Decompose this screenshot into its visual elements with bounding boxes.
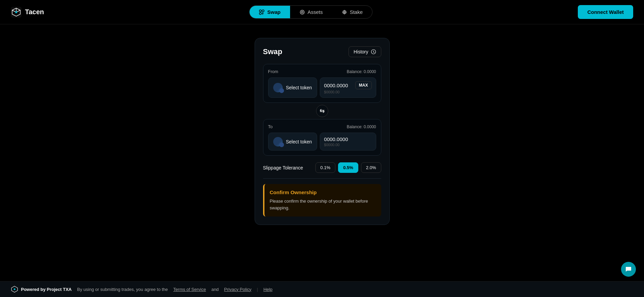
from-token-select[interactable]: Select token <box>268 77 317 98</box>
svg-rect-3 <box>262 10 264 12</box>
confirm-ownership-message: Please confirm the ownership of your wal… <box>270 198 376 211</box>
to-label: To <box>268 124 273 129</box>
to-section: To Balance: 0.0000 Select token 0000.000… <box>263 119 381 156</box>
svg-rect-4 <box>259 13 261 15</box>
from-token-label: Select token <box>286 85 312 90</box>
footer-logo-icon <box>11 285 18 293</box>
stake-nav-icon <box>342 9 347 15</box>
from-amount-box: 0000.0000 MAX $0000.00 <box>320 77 376 98</box>
to-balance: Balance: 0.0000 <box>347 124 376 129</box>
history-button[interactable]: History <box>349 46 381 57</box>
footer-powered-by: Powered by Project TXA <box>21 287 72 292</box>
footer-help-link[interactable]: Help <box>263 287 273 292</box>
svg-rect-2 <box>259 10 261 12</box>
chat-button[interactable] <box>621 262 636 277</box>
main-nav: Swap Assets Stake <box>249 5 372 19</box>
from-section: From Balance: 0.0000 Select token 0000.0… <box>263 64 381 103</box>
assets-nav-icon <box>300 9 305 15</box>
swap-card-header: Swap History <box>263 46 381 57</box>
footer-divider-pipe: | <box>257 287 258 292</box>
swap-direction-wrapper <box>263 105 381 117</box>
from-usd-value: $0000.00 <box>324 90 372 94</box>
from-balance: Balance: 0.0000 <box>347 69 376 74</box>
to-label-row: To Balance: 0.0000 <box>268 124 376 129</box>
to-token-select[interactable]: Select token <box>268 133 317 151</box>
swap-nav-icon <box>259 9 264 15</box>
slippage-05[interactable]: 0.5% <box>338 162 358 173</box>
app-header: Tacen Swap Assets Stake <box>0 0 644 24</box>
slippage-01[interactable]: 0.1% <box>315 162 336 173</box>
swap-card-title: Swap <box>263 47 282 56</box>
from-input-row: Select token 0000.0000 MAX $0000.00 <box>268 77 376 98</box>
to-token-label: Select token <box>286 139 312 144</box>
slippage-label: Slippage Tolerance <box>263 165 303 170</box>
from-amount-row: 0000.0000 MAX <box>324 81 372 89</box>
footer-disclaimer: By using or submitting trades, you agree… <box>77 287 168 292</box>
to-amount-box: 0000.0000 $0000.00 <box>320 133 376 151</box>
footer-privacy-link[interactable]: Privacy Policy <box>224 287 252 292</box>
from-token-icon <box>273 83 283 92</box>
nav-tab-stake[interactable]: Stake <box>332 6 372 18</box>
slippage-options: 0.1% 0.5% 2.0% <box>315 162 381 173</box>
from-amount-value: 0000.0000 <box>324 83 348 88</box>
logo: Tacen <box>11 7 44 18</box>
svg-point-6 <box>301 11 303 13</box>
divider <box>263 178 381 179</box>
logo-text: Tacen <box>25 8 44 16</box>
connect-wallet-button[interactable]: Connect Wallet <box>578 5 633 19</box>
nav-tab-stake-label: Stake <box>350 9 363 15</box>
swap-card: Swap History From Balance: 0.0000 Select… <box>255 38 390 225</box>
svg-point-9 <box>14 289 16 290</box>
app-footer: Powered by Project TXA By using or submi… <box>0 281 644 297</box>
history-icon <box>371 49 376 54</box>
swap-arrows-icon <box>319 108 325 114</box>
footer-terms-link[interactable]: Terms of Service <box>173 287 206 292</box>
from-label: From <box>268 69 278 74</box>
slippage-20[interactable]: 2.0% <box>361 162 381 173</box>
to-amount-row: 0000.0000 <box>324 136 372 142</box>
to-amount-value: 0000.0000 <box>324 136 348 142</box>
to-usd-value: $0000.00 <box>324 143 372 147</box>
slippage-row: Slippage Tolerance 0.1% 0.5% 2.0% <box>263 162 381 173</box>
history-label: History <box>354 49 368 54</box>
chat-icon <box>625 266 632 273</box>
max-button[interactable]: MAX <box>355 81 372 89</box>
footer-logo: Powered by Project TXA <box>11 285 72 293</box>
confirm-ownership-box: Confirm Ownership Please confirm the own… <box>263 184 381 216</box>
logo-icon <box>11 7 22 18</box>
nav-tab-swap[interactable]: Swap <box>250 6 290 18</box>
confirm-ownership-title: Confirm Ownership <box>270 189 376 195</box>
svg-point-5 <box>300 10 304 14</box>
nav-tab-assets[interactable]: Assets <box>290 6 332 18</box>
swap-direction-button[interactable] <box>316 105 328 117</box>
nav-tab-swap-label: Swap <box>267 9 280 15</box>
footer-and-text: and <box>211 287 219 292</box>
to-input-row: Select token 0000.0000 $0000.00 <box>268 133 376 151</box>
main-content: Swap History From Balance: 0.0000 Select… <box>0 24 644 297</box>
from-label-row: From Balance: 0.0000 <box>268 69 376 74</box>
nav-tab-assets-label: Assets <box>308 9 323 15</box>
svg-point-1 <box>15 11 17 13</box>
to-token-icon <box>273 137 283 146</box>
